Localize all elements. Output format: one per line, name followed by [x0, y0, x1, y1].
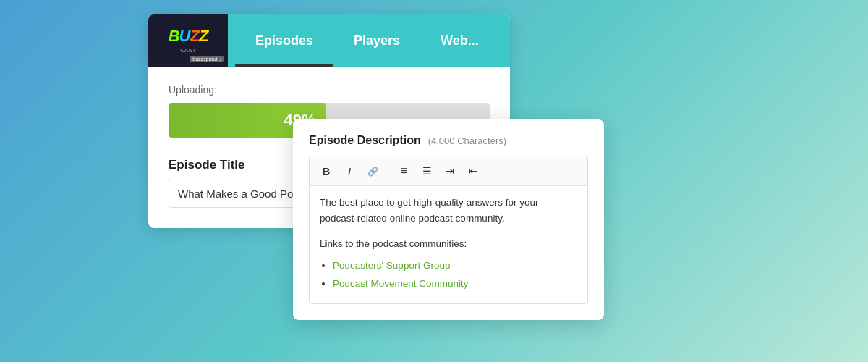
- desc-title: Episode Description: [309, 134, 421, 147]
- outdent-button[interactable]: [462, 161, 484, 181]
- desc-toolbar: B I: [309, 156, 588, 185]
- tab-episodes[interactable]: Episodes: [235, 14, 333, 67]
- unordered-list-button[interactable]: [393, 161, 414, 181]
- scene: BUZZ CAST buzzsprout ↓ Episodes Players …: [127, 14, 741, 348]
- link-podcast-movement[interactable]: Podcast Movement Community: [333, 278, 469, 289]
- toolbar-separator: [388, 164, 388, 178]
- logo-letter-b: B: [169, 27, 179, 45]
- link-icon: [367, 165, 378, 177]
- desc-header: Episode Description (4,000 Characters): [309, 134, 588, 147]
- list-item: Podcasters' Support Group: [333, 258, 577, 274]
- link-podcasters-support[interactable]: Podcasters' Support Group: [333, 260, 450, 271]
- description-card: Episode Description (4,000 Characters) B…: [293, 119, 604, 320]
- logo-letter-u: U: [179, 27, 190, 45]
- outdent-icon: [469, 165, 477, 177]
- desc-links-list: Podcasters' Support Group Podcast Moveme…: [320, 258, 577, 292]
- logo-text: BUZZ: [169, 28, 208, 44]
- logo-letter-z1: Z: [190, 27, 198, 45]
- uploading-label: Uploading:: [169, 84, 490, 96]
- desc-links-label: Links to the podcast communities:: [320, 236, 577, 252]
- logo-letter-z2: Z: [199, 27, 208, 45]
- link-button[interactable]: [362, 161, 383, 181]
- ol-icon: [422, 165, 432, 177]
- logo-sub: CAST: [180, 47, 195, 54]
- ul-icon: [400, 164, 407, 177]
- list-item: Podcast Movement Community: [333, 276, 577, 292]
- podcast-logo: BUZZ CAST buzzsprout ↓: [148, 14, 228, 67]
- tab-website[interactable]: Web...: [420, 14, 499, 67]
- buzzsprout-badge: buzzsprout ↓: [190, 56, 224, 62]
- tab-players[interactable]: Players: [333, 14, 420, 67]
- nav-tabs: Episodes Players Web...: [228, 14, 499, 67]
- nav-header: BUZZ CAST buzzsprout ↓ Episodes Players …: [148, 14, 510, 67]
- ordered-list-button[interactable]: [416, 161, 438, 181]
- desc-editor[interactable]: The best place to get high-quality answe…: [309, 185, 588, 304]
- desc-char-limit: (4,000 Characters): [428, 135, 506, 146]
- desc-body-text: The best place to get high-quality answe…: [320, 195, 577, 226]
- bold-button[interactable]: B: [315, 161, 337, 181]
- italic-button[interactable]: I: [339, 161, 360, 181]
- indent-icon: [446, 165, 454, 177]
- indent-button[interactable]: [439, 161, 461, 181]
